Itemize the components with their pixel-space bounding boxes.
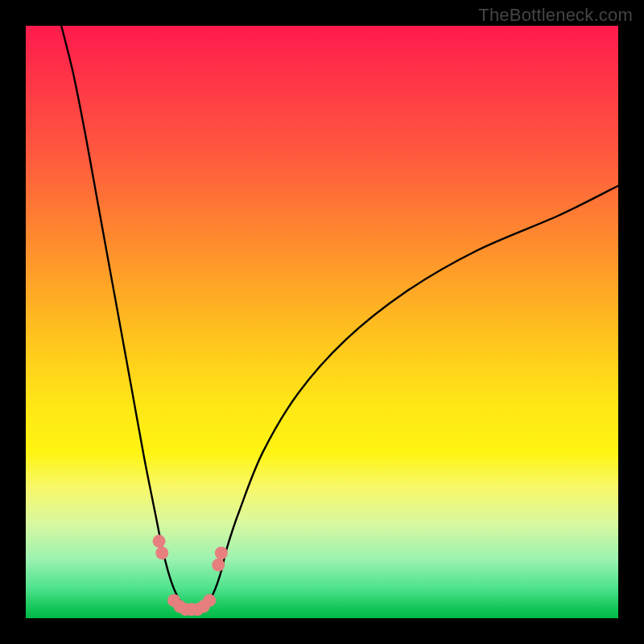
marker-dot <box>212 559 225 572</box>
plot-area <box>26 26 618 618</box>
watermark-text: TheBottleneck.com <box>478 5 633 26</box>
marker-dots <box>153 535 228 616</box>
curve-svg <box>26 26 618 618</box>
marker-dot <box>203 594 216 607</box>
marker-dot <box>155 547 168 559</box>
marker-dot <box>215 547 228 559</box>
chart-frame: TheBottleneck.com <box>0 0 644 644</box>
bottleneck-curve <box>61 26 618 609</box>
marker-dot <box>153 535 166 547</box>
